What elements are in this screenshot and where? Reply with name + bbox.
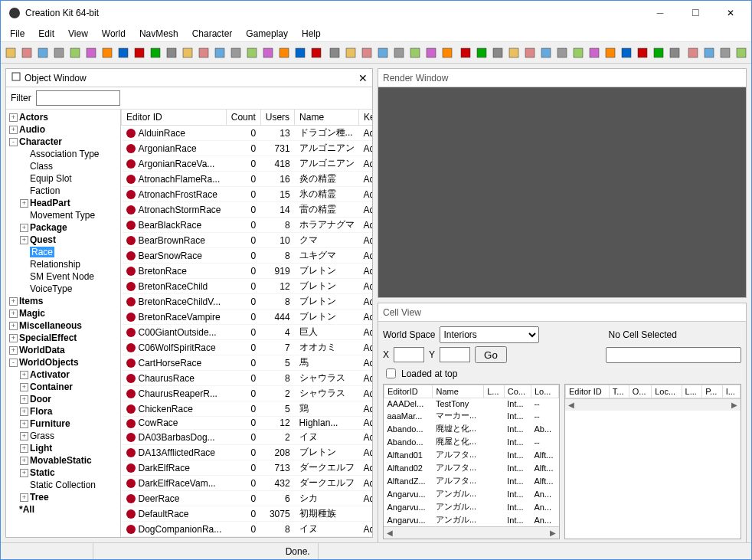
toolbar-wire-icon[interactable] (408, 46, 422, 60)
table-row[interactable]: DogRace015イヌActorTy... (122, 537, 373, 538)
go-button[interactable]: Go (475, 346, 507, 363)
close-button[interactable]: ✕ (713, 1, 748, 25)
table-row[interactable]: CartHorseRace05馬ActorTy... (122, 355, 373, 371)
toolbar-refs-icon[interactable] (213, 46, 227, 60)
table-row[interactable]: Angarvu...アンガル...Int...An... (384, 487, 559, 500)
toolbar-world-icon[interactable] (132, 46, 146, 60)
toolbar-c1-icon[interactable] (686, 46, 700, 60)
toolbar-b12-icon[interactable] (668, 46, 682, 60)
menu-gameplay[interactable]: Gameplay (240, 27, 294, 41)
cell-list-left[interactable]: EditorIDNameL...Co...Lo... AAADel...Test… (383, 384, 560, 539)
loaded-at-top-checkbox[interactable] (386, 368, 396, 378)
toolbar-anim-icon[interactable] (344, 46, 358, 60)
toolbar-b5-icon[interactable] (555, 46, 569, 60)
tree-item-specialeffect[interactable]: +SpecialEffect (8, 332, 119, 344)
toolbar-fav-icon[interactable] (475, 46, 489, 60)
tree-item-audio[interactable]: +Audio (8, 123, 119, 136)
scroll-left-icon[interactable]: ◀ (565, 399, 577, 411)
column-header[interactable]: T... (609, 385, 629, 398)
table-row[interactable]: BearBlackRace08ホラアナグマActorTy... (122, 218, 373, 233)
table-row[interactable]: BretonRaceChildV...08ブレトンActorTy... (122, 294, 373, 309)
column-header[interactable]: Users (260, 110, 294, 126)
tree-item-static-collection[interactable]: Static Collection (18, 479, 119, 491)
scrollbar[interactable]: ◀ ▶ (384, 526, 559, 539)
toolbar-char-icon[interactable] (360, 46, 374, 60)
table-row[interactable]: ArgonianRace0731アルゴニアンActorTy... (122, 141, 373, 156)
table-row[interactable]: ChickenRace05鶏ActorTy... (122, 401, 373, 417)
tree-item-relationship[interactable]: Relationship (18, 258, 119, 270)
table-row[interactable]: AlduinRace013ドラゴン種...ActorTy... (122, 126, 373, 141)
menu-character[interactable]: Character (186, 27, 239, 41)
table-row[interactable]: Abando...廃屋と化...Int...-- (384, 435, 559, 448)
render-viewport[interactable] (378, 87, 746, 297)
scrollbar[interactable]: ◀ ▶ (565, 398, 741, 411)
toolbar-b11-icon[interactable] (652, 46, 665, 60)
tree-item-flora[interactable]: +Flora (18, 405, 119, 418)
object-window-close-button[interactable]: ✕ (358, 72, 368, 84)
scroll-left-icon[interactable]: ◀ (384, 527, 396, 539)
tree-item-class[interactable]: Class (18, 160, 119, 172)
table-row[interactable]: AtronachFlameRa...016炎の精霊ActorTy... (122, 172, 373, 187)
tree-item-package[interactable]: +Package (18, 221, 119, 234)
table-row[interactable]: Angarvu...アンガル...Int...An... (384, 513, 559, 526)
tree-item-sm-event-node[interactable]: SM Event Node (18, 270, 119, 283)
table-row[interactable]: AtronachStormRace014雷の精霊ActorTy... (122, 202, 373, 218)
scroll-right-icon[interactable]: ▶ (547, 527, 559, 539)
table-row[interactable]: Alftand01アルフタ...Int...Alft... (384, 448, 559, 461)
table-row[interactable]: DarkElfRace0713ダークエルフActorTy... (122, 460, 373, 476)
tree-item-items[interactable]: +Items (8, 295, 119, 307)
table-row[interactable]: DA13AfflictedRace0208ブレトンActorTy... (122, 445, 373, 460)
toolbar-c3-icon[interactable] (718, 46, 732, 60)
toolbar-light2-icon[interactable] (376, 46, 390, 60)
menu-world[interactable]: World (96, 27, 132, 41)
menu-navmesh[interactable]: NavMesh (133, 27, 185, 41)
menu-help[interactable]: Help (296, 27, 327, 41)
table-row[interactable]: AAADel...TestTonyInt...-- (384, 398, 559, 410)
toolbar-b10-icon[interactable] (636, 46, 649, 60)
category-tree[interactable]: +Actors+Audio-CharacterAssociation TypeC… (6, 110, 121, 537)
toolbar-b2-icon[interactable] (507, 46, 521, 60)
menu-view[interactable]: View (62, 27, 94, 41)
toolbar-terrain-icon[interactable] (165, 46, 178, 60)
column-header[interactable]: Editor ID (566, 385, 610, 398)
column-header[interactable]: Lo... (531, 385, 558, 398)
tree-item-voicetype[interactable]: VoiceType (18, 283, 119, 295)
table-row[interactable]: DefaultRace03075初期種族 (122, 506, 373, 522)
toolbar-marker-icon[interactable] (197, 46, 211, 60)
tree-item-faction[interactable]: Faction (18, 185, 119, 197)
toolbar-b4-icon[interactable] (539, 46, 553, 60)
toolbar-light-icon[interactable] (181, 46, 195, 60)
column-header[interactable]: Co... (504, 385, 531, 398)
tree-item-movablestatic[interactable]: +MovableStatic (18, 454, 119, 467)
tree-item-worlddata[interactable]: +WorldData (8, 344, 119, 356)
table-row[interactable]: BretonRace0919ブレトンActorTy... (122, 264, 373, 279)
table-row[interactable]: BearBrownRace010クマActorTy... (122, 233, 373, 248)
column-header[interactable]: O... (629, 385, 651, 398)
tree-item-association-type[interactable]: Association Type (18, 148, 119, 160)
table-row[interactable]: DogCompanionRa...08イヌActorTy... (122, 522, 373, 537)
toolbar-nav-icon[interactable] (245, 46, 259, 60)
column-header[interactable]: Name (295, 110, 359, 126)
cell-list-right[interactable]: Editor IDT...O...Loc...L...P...I... ◀ ▶ (564, 384, 741, 539)
column-header[interactable]: I... (722, 385, 740, 398)
toolbar-sky-icon[interactable] (392, 46, 406, 60)
column-header[interactable]: P... (702, 385, 722, 398)
tree-item-static[interactable]: +Static (18, 467, 119, 479)
table-row[interactable]: DA03BarbasDog...02イヌActorTy... (122, 430, 373, 445)
table-row[interactable]: C06WolfSpiritRace07オオカミActorTy... (122, 340, 373, 355)
table-row[interactable]: CowRace012Highlan...ActorTy... (122, 417, 373, 430)
toolbar-b9-icon[interactable] (620, 46, 633, 60)
table-row[interactable]: Angarvu...アンガル...Int...An... (384, 500, 559, 513)
world-space-select[interactable]: Interiors (440, 326, 539, 343)
table-row[interactable]: ArgonianRaceVa...0418アルゴニアンActorTy... (122, 156, 373, 172)
table-row[interactable]: aaaMar...マーカー...Int...-- (384, 409, 559, 422)
tree-item-light[interactable]: +Light (18, 442, 119, 454)
column-header[interactable]: Count (226, 110, 260, 126)
x-input[interactable] (394, 347, 424, 362)
toolbar-b7-icon[interactable] (587, 46, 601, 60)
tree-item-activator[interactable]: +Activator (18, 368, 119, 381)
tree-item-equip-slot[interactable]: Equip Slot (18, 172, 119, 185)
tree-item-character[interactable]: -Character (8, 136, 119, 148)
minimize-button[interactable]: ─ (642, 1, 678, 25)
tree-item-miscellaneous[interactable]: +Miscellaneous (8, 319, 119, 332)
